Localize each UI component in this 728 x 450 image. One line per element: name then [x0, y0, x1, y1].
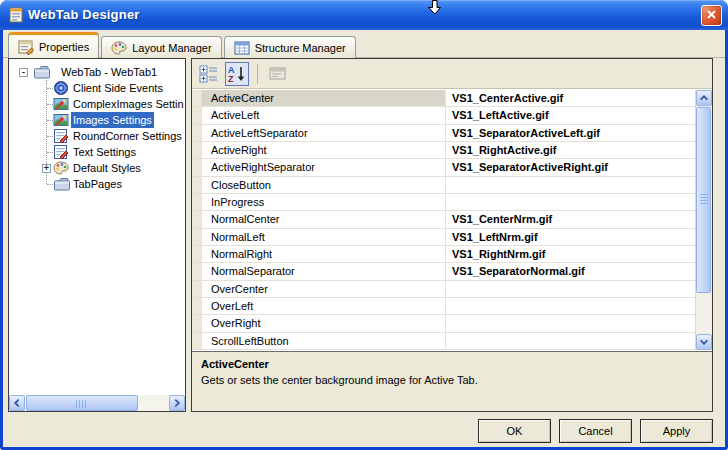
tree-item-label: RoundCorner Settings: [71, 128, 184, 144]
property-row[interactable]: InProgress: [192, 194, 695, 211]
property-value[interactable]: [446, 298, 695, 314]
property-value[interactable]: VS1_SeparatorActiveLeft.gif: [446, 125, 695, 141]
property-value[interactable]: [446, 333, 695, 349]
property-name: NormalSeparator: [202, 263, 446, 279]
property-pages-button: [266, 62, 290, 86]
property-row[interactable]: ActiveRightSeparatorVS1_SeparatorActiveR…: [192, 159, 695, 176]
property-row[interactable]: ActiveLeftSeparatorVS1_SeparatorActiveLe…: [192, 125, 695, 142]
property-value[interactable]: [446, 194, 695, 210]
tab-bar: PropertiesLayout ManagerStructure Manage…: [8, 33, 356, 58]
property-row[interactable]: OverLeft: [192, 298, 695, 315]
property-value[interactable]: VS1_LeftNrm.gif: [446, 229, 695, 245]
property-name: ActiveLeftSeparator: [202, 125, 446, 141]
tree-item-text-settings[interactable]: Text Settings: [9, 144, 185, 160]
property-row[interactable]: OverRight: [192, 315, 695, 332]
scroll-down-arrow[interactable]: [696, 334, 712, 350]
tree-item-roundcorner-settings[interactable]: RoundCorner Settings: [9, 128, 185, 144]
title-bar[interactable]: WebTab Designer: [0, 0, 728, 30]
scroll-left-arrow[interactable]: [9, 395, 25, 411]
row-margin: [192, 263, 202, 279]
property-value[interactable]: [446, 281, 695, 297]
scroll-right-arrow[interactable]: [169, 395, 185, 411]
property-name: NormalRight: [202, 246, 446, 262]
property-name: InProgress: [202, 194, 446, 210]
row-margin: [192, 142, 202, 158]
row-margin: [192, 107, 202, 123]
property-grid-panel: AZ ActiveCenterVS1_CenterActive.gifActiv…: [191, 58, 713, 412]
row-margin: [192, 229, 202, 245]
tree-body: -WebTab - WebTab1Client Side EventsCompl…: [9, 59, 185, 395]
tree-item-label: Default Styles: [71, 160, 143, 176]
mouse-cursor-icon: [428, 0, 442, 15]
tree-horizontal-scrollbar[interactable]: [9, 395, 185, 411]
alphabetical-sort-button[interactable]: AZ: [225, 62, 249, 86]
tab-label: Properties: [39, 41, 89, 53]
tree-item-webtab-webtab1[interactable]: -WebTab - WebTab1: [9, 64, 185, 80]
tree-item-label: WebTab - WebTab1: [59, 64, 159, 80]
property-row[interactable]: ActiveRightVS1_RightActive.gif: [192, 142, 695, 159]
close-icon: [706, 9, 717, 22]
palette-icon: [53, 160, 71, 176]
property-value[interactable]: VS1_LeftActive.gif: [446, 107, 695, 123]
horizontal-scroll-thumb[interactable]: [26, 395, 138, 411]
palette-icon: [111, 40, 127, 56]
tree-item-default-styles[interactable]: +Default Styles: [9, 160, 185, 176]
docpencil-icon: [53, 144, 71, 160]
property-value[interactable]: VS1_RightActive.gif: [446, 142, 695, 158]
tree-item-label: Client Side Events: [71, 80, 165, 96]
tree-item-client-side-events[interactable]: Client Side Events: [9, 80, 185, 96]
docpencil-icon: [53, 128, 71, 144]
tab-layout-manager[interactable]: Layout Manager: [101, 36, 222, 58]
chevron-down-icon: [700, 336, 708, 348]
help-description: Gets or sets the center background image…: [201, 374, 703, 386]
property-name: CloseButton: [202, 177, 446, 193]
property-name: ActiveCenter: [202, 90, 446, 106]
scroll-up-arrow[interactable]: [696, 90, 712, 106]
property-value[interactable]: VS1_RightNrm.gif: [446, 246, 695, 262]
property-row[interactable]: OverCenter: [192, 281, 695, 298]
property-row[interactable]: CloseButton: [192, 177, 695, 194]
property-row[interactable]: NormalLeftVS1_LeftNrm.gif: [192, 229, 695, 246]
categorized-button[interactable]: [197, 62, 221, 86]
tree-item-tabpages[interactable]: TabPages: [9, 176, 185, 192]
folder-icon: [53, 176, 71, 192]
grid-vertical-scrollbar[interactable]: [695, 90, 712, 350]
ok-button[interactable]: OK: [478, 419, 551, 443]
property-row[interactable]: ScrollLeftButton: [192, 333, 695, 350]
chevron-right-icon: [173, 397, 181, 409]
properties-icon: [18, 39, 34, 55]
apply-button[interactable]: Apply: [640, 419, 713, 443]
vertical-scroll-thumb[interactable]: [696, 107, 711, 293]
tree-expander[interactable]: -: [19, 68, 28, 77]
webtab-designer-dialog: WebTab Designer PropertiesLayout Manager…: [0, 0, 728, 450]
row-margin: [192, 281, 202, 297]
tree-item-images-settings[interactable]: Images Settings: [9, 112, 185, 128]
property-value[interactable]: VS1_CenterNrm.gif: [446, 211, 695, 227]
tree-expander[interactable]: +: [42, 164, 51, 173]
property-row[interactable]: NormalSeparatorVS1_SeparatorNormal.gif: [192, 263, 695, 280]
property-row[interactable]: ActiveCenterVS1_CenterActive.gif: [192, 90, 695, 107]
property-name: ActiveLeft: [202, 107, 446, 123]
property-row[interactable]: NormalRightVS1_RightNrm.gif: [192, 246, 695, 263]
property-value[interactable]: [446, 315, 695, 331]
events-icon: [53, 80, 71, 96]
property-name: NormalCenter: [202, 211, 446, 227]
property-value[interactable]: VS1_SeparatorNormal.gif: [446, 263, 695, 279]
close-button[interactable]: [701, 5, 722, 26]
property-row[interactable]: NormalCenterVS1_CenterNrm.gif: [192, 211, 695, 228]
property-value[interactable]: [446, 177, 695, 193]
tab-properties[interactable]: Properties: [8, 32, 99, 58]
cancel-button[interactable]: Cancel: [559, 419, 632, 443]
tab-structure-manager[interactable]: Structure Manager: [224, 36, 356, 58]
tree-panel: -WebTab - WebTab1Client Side EventsCompl…: [8, 58, 186, 412]
toolbar-separator: [257, 64, 258, 84]
row-margin: [192, 159, 202, 175]
property-name: ActiveRightSeparator: [202, 159, 446, 175]
folder-icon: [33, 64, 51, 80]
tree-item-compleximages-settin[interactable]: ComplexImages Settin: [9, 96, 185, 112]
property-value[interactable]: VS1_SeparatorActiveRight.gif: [446, 159, 695, 175]
property-value[interactable]: VS1_CenterActive.gif: [446, 90, 695, 106]
row-margin: [192, 125, 202, 141]
tab-label: Structure Manager: [255, 42, 346, 54]
property-row[interactable]: ActiveLeftVS1_LeftActive.gif: [192, 107, 695, 124]
